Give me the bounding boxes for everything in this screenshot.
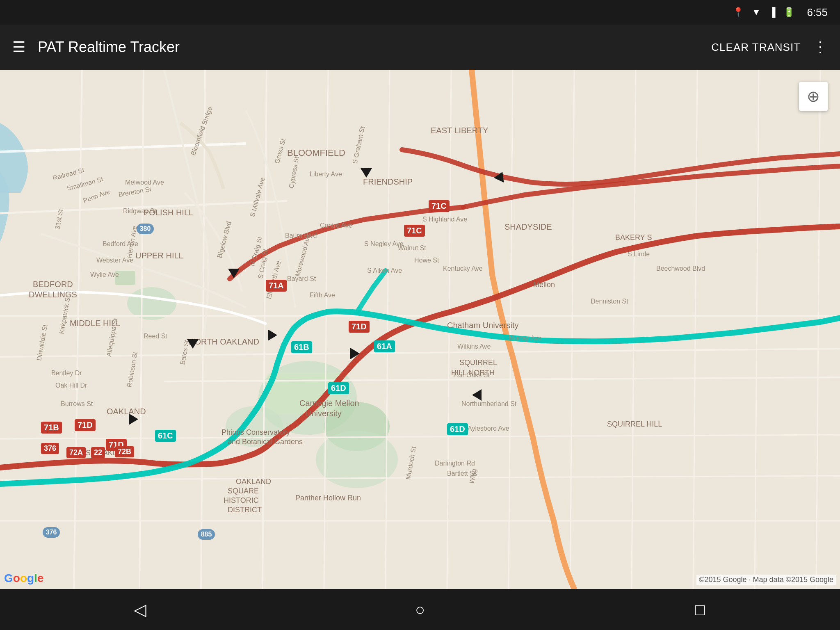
- svg-text:OAKLAND: OAKLAND: [107, 407, 146, 416]
- transit-label-71d-2: 71D: [75, 419, 96, 431]
- svg-text:Beechwood Blvd: Beechwood Blvd: [656, 265, 705, 272]
- svg-text:Murray Ave: Murray Ave: [509, 335, 542, 342]
- time-display: 6:55: [807, 6, 828, 19]
- svg-text:Reed St: Reed St: [144, 333, 167, 340]
- google-logo: G o o g l e: [4, 572, 43, 585]
- svg-text:Kentucky Ave: Kentucky Ave: [443, 265, 483, 272]
- wifi-icon: ▼: [752, 7, 761, 18]
- svg-text:885: 885: [201, 531, 212, 538]
- svg-text:Burrows St: Burrows St: [61, 400, 93, 407]
- transit-label-71a: 71A: [266, 280, 287, 292]
- svg-text:S Aiken Ave: S Aiken Ave: [367, 267, 402, 274]
- back-button[interactable]: ◁: [123, 593, 156, 626]
- svg-text:Fair Oaks St: Fair Oaks St: [453, 372, 490, 379]
- svg-text:Carnegie Mellon: Carnegie Mellon: [299, 399, 359, 408]
- svg-text:Panther Hollow Run: Panther Hollow Run: [295, 494, 361, 502]
- svg-text:BEDFORD: BEDFORD: [33, 280, 73, 289]
- menu-icon[interactable]: ☰: [12, 39, 25, 56]
- svg-text:EAST LIBERTY: EAST LIBERTY: [431, 126, 488, 135]
- svg-text:University: University: [306, 409, 342, 418]
- signal-icon: ▐: [769, 7, 776, 18]
- svg-text:Darlington Rd: Darlington Rd: [435, 460, 475, 467]
- svg-text:Bentley Dr: Bentley Dr: [51, 370, 82, 377]
- svg-text:Centre Ave: Centre Ave: [320, 222, 352, 229]
- map-container[interactable]: BLOOMFIELD FRIENDSHIP EAST LIBERTY SHADY…: [0, 70, 840, 589]
- svg-text:S Negley Ave: S Negley Ave: [364, 240, 404, 247]
- svg-text:BLOOMFIELD: BLOOMFIELD: [287, 148, 345, 158]
- transit-label-61a: 61A: [374, 340, 395, 352]
- transit-label-61d: 61D: [328, 382, 349, 394]
- highway-label-376: 376: [41, 443, 59, 454]
- transit-label-61d-2: 61D: [447, 423, 468, 435]
- app-title: PAT Realtime Tracker: [38, 39, 711, 56]
- map-svg: BLOOMFIELD FRIENDSHIP EAST LIBERTY SHADY…: [0, 70, 840, 589]
- more-options-icon[interactable]: ⋮: [813, 39, 828, 56]
- svg-text:SQUIRREL: SQUIRREL: [459, 358, 497, 367]
- svg-text:Oak Hill Dr: Oak Hill Dr: [55, 382, 87, 389]
- svg-text:UPPER HILL: UPPER HILL: [135, 251, 183, 260]
- svg-text:Fifth Ave: Fifth Ave: [310, 292, 335, 299]
- svg-text:FRIENDSHIP: FRIENDSHIP: [363, 177, 413, 186]
- map-attribution: ©2015 Google · Map data ©2015 Google: [696, 575, 836, 585]
- location-button[interactable]: ⊕: [799, 82, 828, 111]
- svg-text:376: 376: [46, 529, 57, 536]
- svg-text:Melwood Ave: Melwood Ave: [125, 179, 164, 186]
- transit-label-71c-2: 71C: [404, 225, 425, 237]
- svg-text:BAKERY S: BAKERY S: [615, 233, 652, 242]
- transit-label-71b: 71B: [41, 422, 62, 434]
- transit-label-61b: 61B: [291, 341, 312, 353]
- bus-label-72b: 72B: [115, 446, 134, 457]
- bus-label-72a: 72A: [66, 447, 86, 458]
- bus-label-22: 22: [91, 447, 105, 458]
- battery-icon: 🔋: [783, 7, 794, 18]
- svg-text:S Linde: S Linde: [628, 251, 650, 258]
- svg-text:S Highland Ave: S Highland Ave: [422, 216, 467, 223]
- location-status-icon: 📍: [733, 7, 744, 18]
- svg-text:and Botanical Gardens: and Botanical Gardens: [228, 438, 303, 446]
- clear-transit-button[interactable]: CLEAR TRANSIT: [711, 41, 801, 54]
- svg-point-5: [316, 431, 398, 488]
- svg-text:NORTH OAKLAND: NORTH OAKLAND: [189, 337, 259, 346]
- recent-apps-button[interactable]: □: [684, 593, 717, 626]
- svg-text:Wylie Ave: Wylie Ave: [90, 271, 119, 278]
- svg-text:SQUIRREL HILL: SQUIRREL HILL: [607, 420, 662, 428]
- transit-label-71c-1: 71C: [429, 200, 450, 212]
- transit-label-71d-1: 71D: [349, 321, 370, 333]
- svg-text:SHADYSIDE: SHADYSIDE: [504, 222, 552, 231]
- location-crosshair-icon: ⊕: [807, 87, 820, 105]
- svg-text:Liberty Ave: Liberty Ave: [310, 171, 342, 178]
- svg-text:Northumberland St: Northumberland St: [461, 400, 517, 407]
- home-button[interactable]: ○: [404, 593, 436, 626]
- navigation-bar: ◁ ○ □: [0, 589, 840, 630]
- svg-text:Aylesboro Ave: Aylesboro Ave: [468, 425, 509, 432]
- svg-text:Bayard St: Bayard St: [287, 275, 316, 282]
- svg-text:OAKLAND: OAKLAND: [236, 477, 271, 486]
- svg-text:Chatham University: Chatham University: [447, 321, 519, 330]
- svg-text:HISTORIC: HISTORIC: [224, 496, 259, 504]
- svg-text:SQUARE: SQUARE: [228, 487, 259, 495]
- svg-text:Phipps Conservatory: Phipps Conservatory: [221, 428, 290, 436]
- svg-text:Mellon: Mellon: [533, 281, 555, 289]
- svg-text:Baum Blvd: Baum Blvd: [285, 232, 317, 239]
- svg-text:380: 380: [140, 225, 151, 232]
- svg-text:DISTRICT: DISTRICT: [228, 506, 262, 514]
- app-bar: ☰ PAT Realtime Tracker CLEAR TRANSIT ⋮: [0, 25, 840, 70]
- svg-text:Wilkins Ave: Wilkins Ave: [457, 343, 491, 350]
- status-bar: 📍 ▼ ▐ 🔋 6:55: [0, 0, 840, 25]
- transit-label-61c: 61C: [155, 430, 176, 442]
- svg-text:Howe St: Howe St: [414, 257, 439, 264]
- svg-text:Ridgway St: Ridgway St: [123, 208, 156, 215]
- svg-text:Denniston St: Denniston St: [591, 298, 628, 305]
